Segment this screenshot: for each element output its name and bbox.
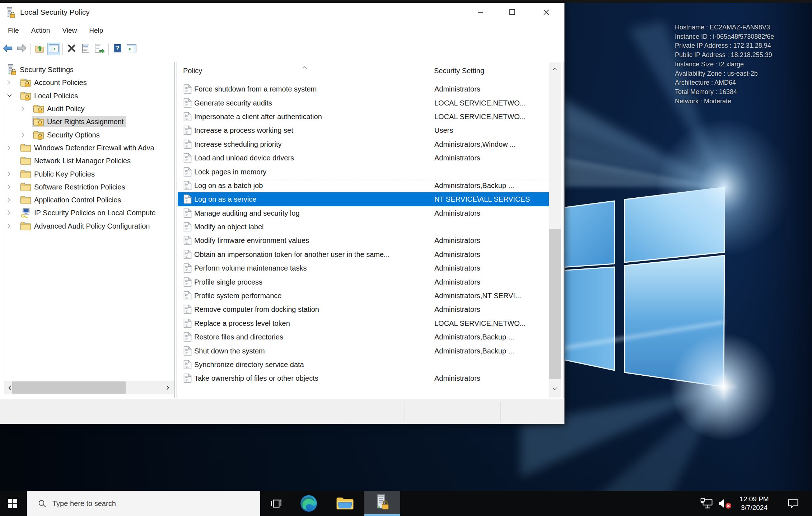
titlebar[interactable]: Local Security Policy	[0, 3, 564, 22]
edge-button[interactable]	[298, 491, 320, 516]
policy-row-log-on-as-a-batch-job[interactable]: 1001Log on as a batch jobAdministrators,…	[178, 179, 550, 192]
chevron-right-icon[interactable]	[7, 197, 11, 203]
taskbar-clock[interactable]: 12:09 PM 3/7/2024	[734, 491, 774, 516]
policy-row-synchronize-directory-service-data[interactable]: 1001Synchronize directory service data	[178, 358, 550, 371]
svg-text:?: ?	[116, 45, 120, 51]
taskbar: 12:09 PM 3/7/2024	[0, 491, 812, 516]
volume-tray-button[interactable]	[716, 491, 734, 516]
scroll-down-icon[interactable]	[549, 384, 561, 393]
close-button[interactable]	[535, 3, 558, 22]
tree-item-user-rights-assignment[interactable]: User Rights Assignment	[3, 115, 174, 128]
menu-file[interactable]: File	[2, 27, 25, 34]
tree-horizontal-scrollbar[interactable]	[4, 381, 174, 394]
tree-item-public-key-policies[interactable]: Public Key Policies	[3, 167, 174, 180]
toolbar-show-action-pane-button[interactable]	[125, 43, 138, 55]
toolbar-properties-list-button[interactable]	[79, 43, 92, 55]
chevron-down-icon[interactable]	[7, 94, 12, 98]
tree-item-security-options[interactable]: Security Options	[3, 128, 174, 141]
policy-icon: 1001	[183, 263, 192, 273]
tree-item-audit-policy[interactable]: Audit Policy	[3, 102, 174, 115]
svg-text:01: 01	[186, 172, 189, 175]
menu-bar: FileActionViewHelp	[0, 22, 564, 39]
policy-row-replace-a-process-level-token[interactable]: 1001Replace a process level tokenLOCAL S…	[178, 316, 550, 330]
column-header-security-setting[interactable]: Security Setting	[434, 67, 484, 75]
toolbar-up-folder-button[interactable]	[33, 43, 46, 55]
security-setting-value: Administrators,Window ...	[434, 140, 516, 148]
toolbar-back-button[interactable]	[1, 43, 14, 55]
policy-row-perform-volume-maintenance-tasks[interactable]: 1001Perform volume maintenance tasksAdmi…	[178, 261, 550, 275]
column-separator[interactable]	[429, 64, 429, 78]
taskbar-search[interactable]	[27, 491, 260, 516]
menu-help[interactable]: Help	[83, 27, 109, 34]
action-center-button[interactable]	[784, 491, 802, 516]
chevron-right-icon[interactable]	[7, 171, 11, 177]
policy-icon: 1001	[183, 360, 192, 370]
toolbar-export-list-button[interactable]	[93, 43, 106, 55]
menu-action[interactable]: Action	[25, 27, 56, 34]
policy-row-log-on-as-a-service[interactable]: 1001Log on as a serviceNT SERVICE\ALL SE…	[178, 192, 550, 206]
tree-item-windows-defender-firewall-with-adva[interactable]: Windows Defender Firewall with Adva	[3, 141, 174, 154]
menu-view[interactable]: View	[56, 27, 83, 34]
policy-row-profile-system-performance[interactable]: 1001Profile system performanceAdministra…	[178, 289, 550, 302]
search-input[interactable]	[52, 499, 254, 508]
forward-icon	[17, 44, 27, 54]
policy-row-shut-down-the-system[interactable]: 1001Shut down the systemAdministrators,B…	[178, 344, 550, 357]
policy-row-profile-single-process[interactable]: 1001Profile single processAdministrators	[178, 275, 550, 289]
chevron-right-icon[interactable]	[21, 106, 25, 112]
tree-item-advanced-audit-policy-configuration[interactable]: Advanced Audit Policy Configuration	[3, 220, 174, 233]
policy-icon: 1001	[183, 84, 192, 94]
policy-row-modify-an-object-label[interactable]: 1001Modify an object label	[178, 220, 550, 234]
chevron-right-icon[interactable]	[7, 210, 11, 216]
chevron-right-icon[interactable]	[21, 132, 25, 138]
tree-item-software-restriction-policies[interactable]: Software Restriction Policies	[3, 180, 174, 193]
file-explorer-button[interactable]	[334, 491, 356, 516]
policy-row-remove-computer-from-docking-station[interactable]: 1001Remove computer from docking station…	[178, 302, 550, 316]
tree-item-security-settings[interactable]: Security Settings	[3, 63, 174, 76]
column-header-policy[interactable]: Policy	[183, 67, 202, 75]
policy-row-force-shutdown-from-a-remote-system[interactable]: 1001Force shutdown from a remote systemA…	[178, 82, 550, 96]
start-button[interactable]	[0, 491, 25, 516]
network-tray-button[interactable]	[699, 491, 716, 516]
policy-row-modify-firmware-environment-values[interactable]: 1001Modify firmware environment valuesAd…	[178, 234, 550, 247]
tree-item-application-control-policies[interactable]: Application Control Policies	[3, 193, 174, 206]
policy-row-take-ownership-of-files-or-other-objects[interactable]: 1001Take ownership of files or other obj…	[178, 371, 550, 385]
tree-item-account-policies[interactable]: Account Policies	[3, 76, 174, 89]
task-view-icon	[270, 499, 282, 508]
policy-row-increase-a-process-working-set[interactable]: 1001Increase a process working setUsers	[178, 123, 550, 137]
tree-item-ip-security-policies-on-local-compute[interactable]: IP Security Policies on Local Compute	[3, 206, 174, 219]
task-view-button[interactable]	[265, 491, 287, 516]
scrollbar-thumb[interactable]	[549, 229, 561, 379]
policy-row-load-and-unload-device-drivers[interactable]: 1001Load and unload device driversAdmini…	[178, 151, 550, 165]
minimize-button[interactable]	[469, 3, 493, 22]
toolbar-delete-button[interactable]	[65, 43, 78, 55]
local-security-policy-icon	[5, 7, 16, 20]
toolbar-forward-button[interactable]	[15, 43, 28, 55]
sort-ascending-icon	[302, 63, 307, 71]
maximize-button[interactable]	[500, 3, 524, 22]
policy-row-impersonate-a-client-after-authentication[interactable]: 1001Impersonate a client after authentic…	[178, 110, 550, 123]
column-separator[interactable]	[537, 64, 537, 78]
tree-item-network-list-manager-policies[interactable]: Network List Manager Policies	[3, 154, 174, 167]
tree-item-local-policies[interactable]: Local Policies	[3, 89, 174, 102]
chevron-right-icon[interactable]	[7, 80, 11, 86]
toolbar-help-button[interactable]: ?	[111, 43, 124, 55]
taskbar-local-security-policy[interactable]	[364, 491, 400, 516]
list-vertical-scrollbar[interactable]	[549, 62, 561, 398]
policy-row-increase-scheduling-priority[interactable]: 1001Increase scheduling priorityAdminist…	[178, 137, 550, 151]
toolbar-show-console-tree-button[interactable]	[47, 43, 60, 55]
scrollbar-thumb[interactable]	[12, 381, 126, 394]
screen-top-strip	[0, 0, 812, 3]
chevron-right-icon[interactable]	[7, 184, 11, 190]
policy-icon: 1001	[183, 112, 192, 121]
chevron-right-icon[interactable]	[7, 145, 11, 151]
scroll-right-icon[interactable]	[162, 381, 174, 394]
policy-row-lock-pages-in-memory[interactable]: 1001Lock pages in memory	[178, 165, 550, 178]
policy-row-obtain-an-impersonation-token-for-another-user-in-the-same[interactable]: 1001Obtain an impersonation token for an…	[178, 248, 550, 261]
instance-info-line: Instance ID : i-065a48f5730882f6e	[675, 32, 774, 42]
chevron-right-icon[interactable]	[7, 223, 11, 229]
policy-row-generate-security-audits[interactable]: 1001Generate security auditsLOCAL SERVIC…	[178, 96, 550, 109]
tree-item-label: Security Settings	[20, 66, 74, 74]
scroll-up-icon[interactable]	[549, 64, 561, 74]
policy-row-restore-files-and-directories[interactable]: 1001Restore files and directoriesAdminis…	[178, 330, 550, 344]
policy-row-manage-auditing-and-security-log[interactable]: 1001Manage auditing and security logAdmi…	[178, 206, 550, 220]
